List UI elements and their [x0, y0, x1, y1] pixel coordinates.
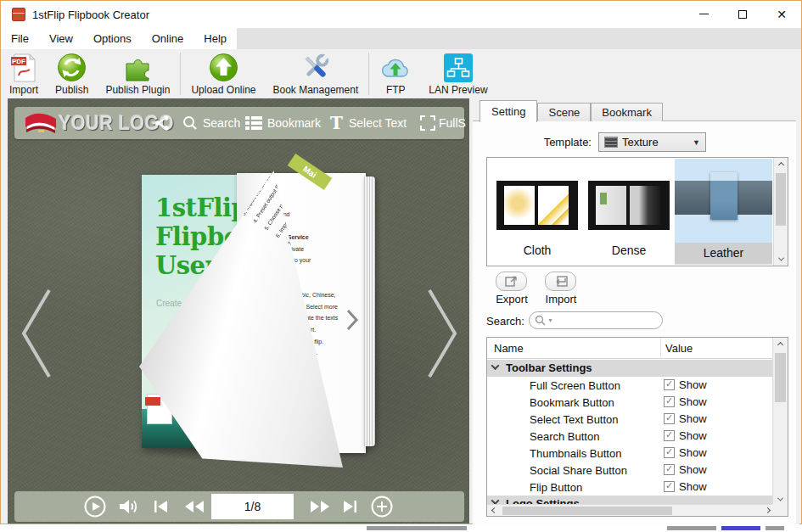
puzzle-plugin-icon [122, 52, 153, 83]
cloth-thumbnail [496, 181, 578, 230]
upload-online-button[interactable]: Upload Online [182, 49, 264, 98]
share-icon[interactable] [154, 115, 171, 135]
table-row: Flip Button Show [487, 479, 773, 496]
show-checkbox[interactable] [664, 447, 675, 458]
toolbar-separator [180, 53, 181, 95]
previous-page-icon[interactable] [182, 496, 206, 518]
export-button[interactable] [496, 272, 527, 291]
search-icon[interactable] [182, 115, 198, 134]
texture-swatch-icon [604, 137, 618, 148]
play-icon[interactable] [84, 496, 106, 518]
volume-icon[interactable] [118, 496, 138, 518]
settings-search-input[interactable]: ▼ [529, 311, 663, 329]
table-header: Name Value [487, 338, 773, 359]
scrollbar-corner [772, 504, 788, 516]
next-page-arrow[interactable] [425, 287, 461, 384]
ftp-cloud-icon [379, 52, 412, 83]
template-leather-selected[interactable]: Leather [675, 159, 772, 265]
table-row: Search Button Show [487, 428, 773, 445]
upload-arrow-icon [209, 52, 238, 83]
settings-search-label: Search: [486, 315, 524, 328]
publish-plugin-button[interactable]: Publish Plugin [97, 49, 178, 98]
table-vertical-scrollbar[interactable] [772, 338, 788, 506]
import-button[interactable]: PDF Import [1, 49, 47, 98]
page-indicator[interactable]: 1/8 [211, 494, 294, 519]
menu-view[interactable]: View [39, 28, 83, 49]
column-name: Name [494, 342, 524, 355]
table-row: Thumbnails Button Show [487, 445, 773, 462]
toolbar-separator [368, 53, 369, 95]
background-window-strip [0, 524, 802, 532]
publish-refresh-icon [57, 52, 87, 83]
tab-scene[interactable]: Scene [537, 103, 591, 121]
show-checkbox[interactable] [664, 430, 675, 441]
show-checkbox[interactable] [664, 481, 675, 492]
window-title: 1stFlip Flipbook Creator [32, 8, 149, 21]
next-page-icon[interactable] [308, 496, 332, 518]
close-button[interactable]: ✕ [762, 1, 801, 27]
menu-online[interactable]: Online [142, 28, 194, 49]
export-label: Export [486, 293, 537, 305]
settings-panel: Setting Scene Bookmark Template: Texture… [473, 98, 799, 524]
maximize-button[interactable] [723, 1, 762, 27]
tab-bookmark[interactable]: Bookmark [591, 103, 663, 121]
fullscreen-icon[interactable] [420, 115, 435, 134]
menu-bar: File View Options Online Help [1, 28, 801, 49]
first-page-icon[interactable] [152, 496, 171, 518]
bookmark-list-icon[interactable] [245, 116, 262, 133]
show-checkbox[interactable] [664, 396, 675, 407]
column-value: Value [665, 342, 693, 355]
menu-bar-filler [237, 28, 801, 49]
collapse-chevron-icon [491, 361, 500, 370]
import-settings-button[interactable] [545, 272, 576, 291]
tab-setting[interactable]: Setting [480, 100, 537, 122]
last-page-icon[interactable] [340, 496, 359, 518]
ftp-button[interactable]: FTP [371, 49, 420, 98]
template-label: Template: [473, 136, 592, 148]
zoom-in-icon[interactable] [371, 496, 393, 518]
book-management-button[interactable]: Book Management [265, 49, 367, 98]
table-horizontal-scrollbar[interactable] [487, 504, 774, 516]
menu-options[interactable]: Options [83, 28, 142, 49]
pdf-import-icon: PDF [11, 52, 36, 83]
table-row: Social Share Button Show [487, 462, 773, 479]
search-glass-icon [535, 315, 547, 327]
show-checkbox[interactable] [664, 379, 675, 390]
flipbook-toolbar: YOUR LOGO Search [14, 107, 464, 139]
viewer-bookmark-button[interactable]: Bookmark [267, 116, 321, 130]
viewer-fullscreen-button[interactable]: FullS [439, 116, 466, 130]
flipbook[interactable]: 1stFlip Flipbook User M Create and share… [142, 175, 364, 448]
template-dropdown[interactable]: Texture ▼ [598, 132, 706, 152]
tools-icon [300, 52, 332, 83]
app-icon [12, 8, 25, 21]
flipbook-control-bar: 1/8 [14, 491, 464, 522]
page-stack-edge [364, 176, 375, 446]
template-value: Texture [618, 136, 693, 148]
main-toolbar: PDF Import Publish [1, 49, 801, 98]
lan-network-icon [444, 52, 473, 83]
show-checkbox[interactable] [664, 464, 675, 475]
menu-help[interactable]: Help [193, 28, 237, 49]
table-row: Full Screen Button Show [487, 377, 773, 394]
table-row: Select Text Button Show [487, 411, 773, 428]
previous-page-arrow[interactable] [18, 287, 53, 384]
import-label: Import [536, 293, 586, 305]
title-bar: 1stFlip Flipbook Creator ✕ [1, 1, 801, 28]
template-dense[interactable]: Dense [583, 159, 675, 265]
viewer-search-button[interactable]: Search [203, 116, 240, 130]
menu-file[interactable]: File [1, 28, 39, 49]
table-row: Bookmark Button Show [487, 394, 773, 411]
template-cloth[interactable]: Cloth [491, 159, 583, 265]
page-corner-chevron-icon[interactable] [345, 309, 359, 334]
dense-thumbnail [588, 181, 670, 230]
lan-preview-button[interactable]: LAN Preview [420, 49, 496, 98]
template-list-scrollbar[interactable] [773, 158, 788, 266]
group-toolbar-settings[interactable]: Toolbar Settings [487, 360, 773, 377]
minimize-button[interactable] [684, 1, 723, 27]
flipbook-preview: YOUR LOGO Search [8, 98, 469, 524]
select-text-icon[interactable]: T [330, 113, 343, 133]
viewer-select-text-button[interactable]: Select Text [349, 116, 407, 130]
publish-button[interactable]: Publish [47, 49, 97, 98]
show-checkbox[interactable] [664, 413, 675, 424]
svg-text:PDF: PDF [12, 58, 25, 65]
